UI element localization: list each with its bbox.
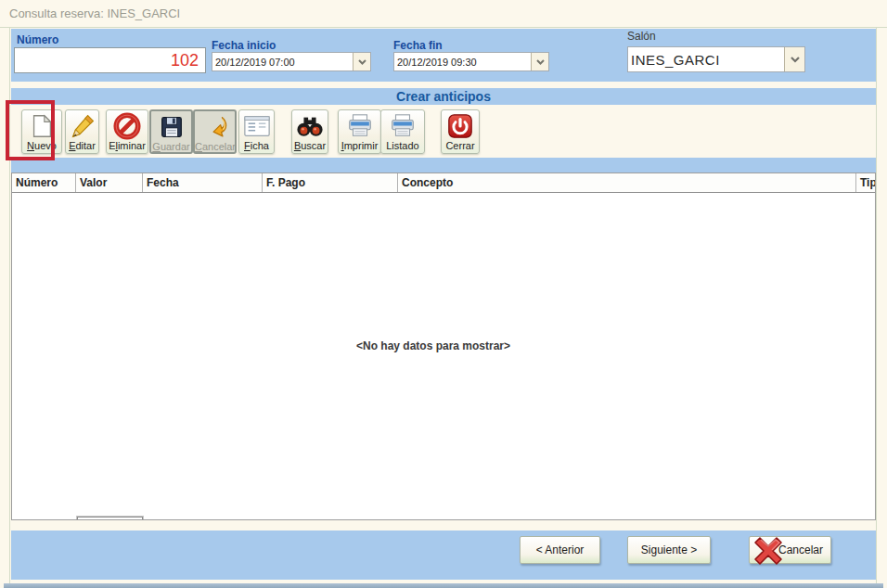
no-entry-icon — [107, 110, 148, 140]
empty-state-message: <No hay datos para mostrar> — [12, 339, 855, 352]
power-icon — [442, 110, 479, 140]
fecha-inicio-combo[interactable]: 20/12/2019 07:00 — [212, 52, 371, 71]
section-header: Crear anticipos — [11, 88, 876, 105]
fecha-inicio-dropdown-button[interactable] — [353, 53, 370, 70]
column-header-tipo[interactable]: Tipo — [856, 173, 876, 192]
toolbar-button-listado[interactable]: Listado — [380, 109, 425, 154]
toolbar-button-buscar[interactable]: Buscar — [291, 109, 328, 154]
anterior-button[interactable]: < Anterior — [520, 536, 600, 564]
anterior-button-label: < Anterior — [536, 543, 585, 556]
toolbar-button-cerrar[interactable]: Cerrar — [441, 109, 480, 154]
panel-left-border — [9, 27, 10, 583]
section-title: Crear anticipos — [396, 89, 491, 104]
undo-arrow-icon — [195, 111, 235, 141]
column-header-f-pago[interactable]: F. Pago — [263, 173, 398, 192]
toolbar-button-label: Editar — [66, 140, 98, 152]
numero-input[interactable] — [14, 47, 206, 73]
chevron-down-icon — [536, 59, 545, 65]
binoculars-icon — [292, 110, 328, 140]
table-header-row: NúmeroValorFechaF. PagoConceptoTipo — [12, 173, 876, 193]
toolbar-button-label: Eliminar — [107, 140, 148, 152]
siguiente-button[interactable]: Siguiente > — [627, 536, 711, 564]
toolbar-button-label: Buscar — [292, 140, 328, 152]
cancelar-footer-button[interactable]: Cancelar — [749, 536, 831, 564]
fecha-fin-value: 20/12/2019 09:30 — [394, 53, 531, 70]
panel-top-border — [0, 27, 887, 28]
window-title: Consulta reserva: INES_GARCI — [9, 6, 180, 20]
toolbar-button-guardar: Guardar — [149, 109, 193, 154]
salon-combo[interactable]: INES_GARCI — [627, 46, 805, 72]
salon-label: Salón — [627, 30, 656, 43]
toolbar-button-label: Guardar — [151, 141, 191, 153]
toolbar-button-editar[interactable]: Editar — [65, 109, 99, 154]
salon-value: INES_GARCI — [628, 47, 784, 71]
column-header-valor[interactable]: Valor — [76, 173, 143, 192]
pencil-icon — [66, 110, 98, 140]
toolbar-button-label: Nuevo — [22, 140, 61, 152]
printer-icon — [339, 110, 380, 140]
fecha-inicio-label: Fecha inicio — [212, 39, 276, 52]
fecha-inicio-value: 20/12/2019 07:00 — [212, 53, 353, 70]
inline-edit-box[interactable] — [77, 517, 143, 520]
toolbar-button-label: Listado — [381, 140, 424, 152]
fecha-fin-dropdown-button[interactable] — [531, 53, 548, 70]
form-icon — [239, 110, 274, 140]
toolbar-button-cancelar: Cancelar — [193, 109, 237, 154]
toolbar-button-label: Cancelar — [195, 141, 235, 153]
column-header-numero[interactable]: Número — [12, 173, 76, 192]
window-bottom-edge — [4, 583, 883, 588]
application-window: Consulta reserva: INES_GARCI Número Fech… — [0, 0, 887, 588]
chevron-down-icon — [791, 57, 800, 63]
cancelar-button-label: Cancelar — [778, 543, 823, 556]
toolbar-button-eliminar[interactable]: Eliminar — [106, 109, 148, 154]
chevron-down-icon — [358, 59, 366, 65]
fecha-fin-label: Fecha fin — [393, 39, 443, 52]
fecha-fin-combo[interactable]: 20/12/2019 09:30 — [393, 52, 549, 71]
red-x-icon — [752, 534, 785, 570]
column-header-concepto[interactable]: Concepto — [398, 173, 856, 192]
column-header-fecha[interactable]: Fecha — [143, 173, 263, 192]
table-body: <No hay datos para mostrar> — [12, 193, 875, 519]
siguiente-button-label: Siguiente > — [641, 543, 697, 556]
anticipos-table: NúmeroValorFechaF. PagoConceptoTipo <No … — [11, 173, 876, 520]
toolbar-button-label: Cerrar — [442, 140, 479, 152]
toolbar: NuevoEditarEliminarGuardarCancelarFichaB… — [11, 105, 876, 158]
salon-dropdown-button[interactable] — [784, 47, 804, 71]
toolbar-bottom-strip — [11, 158, 876, 173]
toolbar-button-ficha[interactable]: Ficha — [238, 109, 275, 154]
floppy-icon — [151, 111, 191, 141]
new-page-icon — [22, 110, 61, 140]
printer-icon — [381, 110, 424, 140]
panel-right-border — [876, 27, 877, 583]
toolbar-button-label: Imprimir — [339, 140, 380, 152]
toolbar-button-label: Ficha — [239, 140, 274, 152]
toolbar-button-nuevo[interactable]: Nuevo — [21, 109, 62, 154]
footer-bar: < Anterior Siguiente > Cancelar — [11, 530, 876, 580]
toolbar-button-imprimir[interactable]: Imprimir — [338, 109, 381, 154]
numero-label: Número — [17, 33, 58, 46]
